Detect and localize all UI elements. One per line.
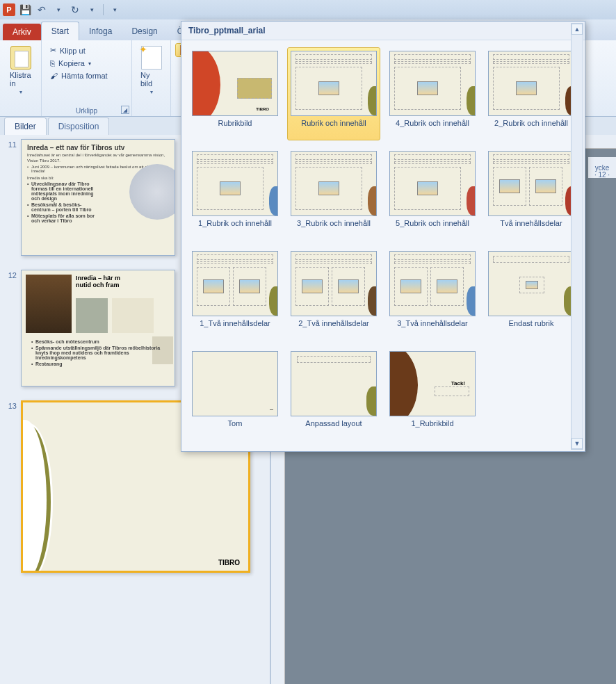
layout-option[interactable]: Två innehållsdelar (485, 147, 578, 241)
layout-option-label: 3_Rubrik och innehåll (297, 219, 371, 237)
slide-bullet: Spännande utställningsmiljö där Tibros m… (26, 345, 172, 361)
slide-bullet: Besöksmål & besöks-centrum – porten till… (22, 202, 105, 213)
new-slide-label: Ny bild (140, 71, 162, 88)
logo-text: TIBRO (218, 559, 240, 567)
layout-option-label: Endast rubrik (509, 319, 554, 337)
gallery-scrollbar[interactable]: ▲ ▼ (571, 23, 583, 450)
slide-number: 11 (4, 139, 17, 256)
slide-title: Inreda – ett nav för Tibros utv (22, 140, 175, 153)
slide-thumb-11[interactable]: Inreda – ett nav för Tibros utv Inrediah… (21, 139, 175, 256)
layout-option[interactable]: Tack!1_Rubrikbild (386, 348, 479, 441)
layout-option-label: 3_Två innehållsdelar (397, 319, 468, 337)
title-bar: P 💾 ↶ ▾ ↻ ▾ ▾ (0, 0, 616, 19)
slide-thumb-12[interactable]: Inredia – här m nutid och fram Besöks- o… (21, 270, 175, 386)
cut-button[interactable]: ✂ Klipp ut (47, 44, 126, 56)
scroll-up-icon[interactable]: ▲ (572, 24, 583, 35)
layout-option[interactable]: Anpassad layout (287, 348, 380, 441)
paste-label: Klistra in (10, 71, 31, 88)
slide-bullet: Besöks- och mötescentrum (26, 339, 172, 345)
clipboard-launcher[interactable]: ◢ (121, 106, 129, 114)
slide-bullet: Utvecklingsnav där Tibro formas till en … (22, 181, 105, 202)
scroll-down-icon[interactable]: ▼ (572, 438, 583, 449)
layout-option-label: 1_Två innehållsdelar (200, 319, 270, 337)
save-icon[interactable]: 💾 (18, 3, 32, 17)
cut-label: Klipp ut (60, 47, 86, 55)
layout-gallery: Tibro_pptmall_arial TIBRORubrikbildRubri… (181, 21, 585, 452)
copy-icon: ⎘ (50, 59, 55, 67)
slide-number: 12 (4, 270, 17, 386)
layout-option[interactable]: Endast rubrik (485, 247, 578, 341)
brush-icon: 🖌 (50, 72, 58, 80)
layout-option-label: Två innehållsdelar (500, 219, 562, 237)
gallery-header: Tibro_pptmall_arial (181, 22, 585, 40)
format-painter-button[interactable]: 🖌 Hämta format (47, 70, 126, 81)
layout-option-label: Rubrikbild (218, 119, 252, 137)
side-font-size: · 12 · (588, 171, 616, 179)
qat-customize-icon[interactable]: ▾ (108, 3, 122, 17)
layout-option[interactable]: 4_Rubrik och innehåll (386, 47, 479, 140)
layout-option[interactable]: 2_Rubrik och innehåll (485, 47, 578, 140)
layout-option-label: 4_Rubrik och innehåll (396, 119, 469, 137)
copy-label: Kopiera (58, 59, 85, 67)
scissors-icon: ✂ (50, 46, 56, 55)
layout-option-label: 5_Rubrik och innehåll (396, 219, 469, 237)
new-slide-icon (141, 46, 162, 70)
layout-option[interactable]: 5_Rubrik och innehåll (386, 147, 479, 241)
app-icon: P (3, 3, 15, 16)
slide-text: Inrediahuset är en central del i förverk… (22, 153, 175, 164)
new-slide-button[interactable]: Ny bild ▾ (136, 43, 166, 98)
tab-file[interactable]: Arkiv (3, 24, 41, 40)
layout-option-label: 2_Två innehållsdelar (298, 319, 369, 337)
layout-option-label: Anpassad layout (305, 419, 362, 437)
layout-option[interactable]: 3_Två innehållsdelar (386, 247, 479, 341)
layout-option-label: 1_Rubrik och innehåll (198, 219, 272, 237)
qat-dropdown-icon[interactable]: ▾ (85, 3, 99, 17)
paste-button[interactable]: Klistra in ▾ (4, 43, 37, 98)
layout-option-label: 2_Rubrik och innehåll (494, 119, 568, 137)
clipboard-group-label: Urklipp (42, 107, 131, 115)
layout-option-label: 1_Rubrikbild (411, 419, 453, 437)
slide-bullet: Mötesplats för alla som bor och verkar i… (22, 213, 105, 224)
tab-start[interactable]: Start (41, 22, 79, 40)
tab-design[interactable]: Design (122, 22, 167, 40)
layout-option[interactable]: TIBRORubrikbild (188, 47, 282, 140)
slide-number: 13 (4, 400, 17, 573)
layout-option[interactable]: 2_Två innehållsdelar (287, 247, 380, 341)
tab-disposition[interactable]: Disposition (48, 117, 110, 135)
format-painter-label: Hämta format (61, 72, 108, 80)
layout-option[interactable]: Rubrik och innehåll (287, 47, 380, 140)
layout-option-label: Tom (228, 419, 243, 437)
clipboard-icon (10, 46, 31, 70)
redo-icon[interactable]: ↻ (68, 3, 82, 17)
layout-option[interactable]: 3_Rubrik och innehåll (287, 147, 380, 241)
layout-option[interactable]: 1_Rubrik och innehåll (188, 147, 282, 241)
layout-option[interactable]: —Tom (188, 348, 282, 441)
slide-bullet: Restaurang (26, 361, 172, 367)
layout-option[interactable]: 1_Två innehållsdelar (188, 247, 282, 341)
slide-title: Inredia – här m nutid och fram (76, 275, 120, 288)
tab-infoga[interactable]: Infoga (79, 22, 122, 40)
layout-option-label: Rubrik och innehåll (301, 119, 366, 137)
undo-icon[interactable]: ↶ (35, 3, 49, 17)
copy-button[interactable]: ⎘ Kopiera ▾ (47, 58, 126, 69)
tab-bilder[interactable]: Bilder (4, 117, 47, 135)
qat-dropdown-icon[interactable]: ▾ (51, 3, 65, 17)
